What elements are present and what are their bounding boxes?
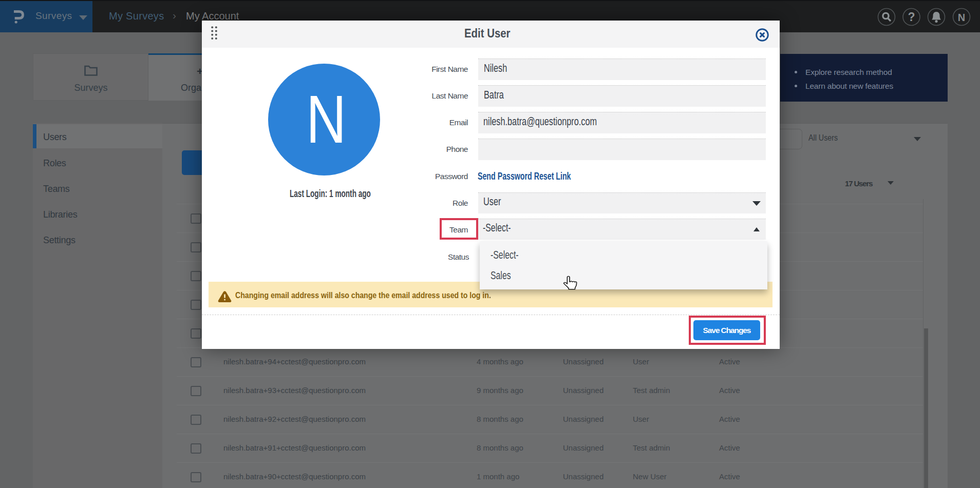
svg-text:?: ? — [908, 10, 915, 24]
svg-text:N: N — [958, 12, 965, 23]
